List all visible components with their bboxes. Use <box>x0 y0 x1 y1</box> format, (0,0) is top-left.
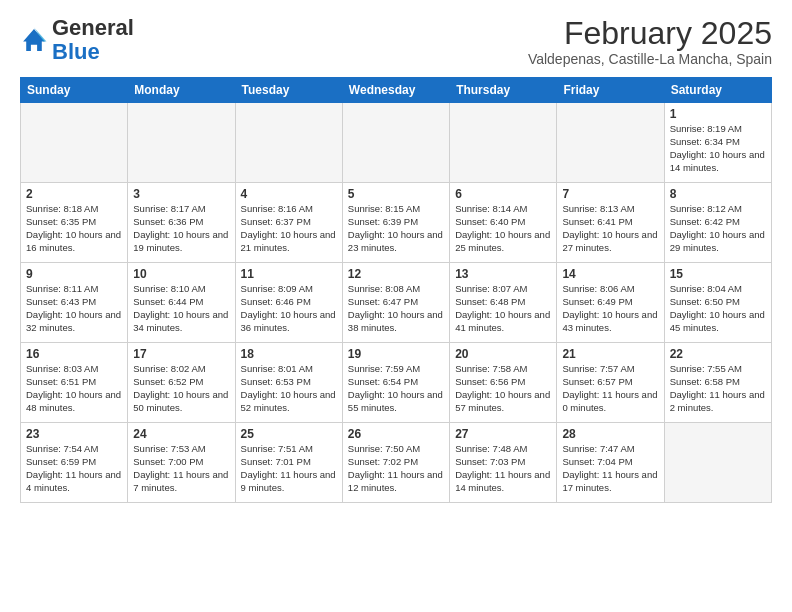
day-info: Sunrise: 7:54 AM Sunset: 6:59 PM Dayligh… <box>26 443 122 494</box>
day-number: 6 <box>455 187 551 201</box>
calendar-cell <box>664 423 771 503</box>
day-info: Sunrise: 7:48 AM Sunset: 7:03 PM Dayligh… <box>455 443 551 494</box>
day-info: Sunrise: 7:59 AM Sunset: 6:54 PM Dayligh… <box>348 363 444 414</box>
calendar-cell: 22Sunrise: 7:55 AM Sunset: 6:58 PM Dayli… <box>664 343 771 423</box>
day-info: Sunrise: 8:03 AM Sunset: 6:51 PM Dayligh… <box>26 363 122 414</box>
day-info: Sunrise: 8:15 AM Sunset: 6:39 PM Dayligh… <box>348 203 444 254</box>
day-number: 7 <box>562 187 658 201</box>
calendar-body: 1Sunrise: 8:19 AM Sunset: 6:34 PM Daylig… <box>21 103 772 503</box>
day-info: Sunrise: 8:12 AM Sunset: 6:42 PM Dayligh… <box>670 203 766 254</box>
day-number: 10 <box>133 267 229 281</box>
day-number: 21 <box>562 347 658 361</box>
month-title: February 2025 <box>528 16 772 51</box>
calendar-cell: 9Sunrise: 8:11 AM Sunset: 6:43 PM Daylig… <box>21 263 128 343</box>
weekday-header-friday: Friday <box>557 78 664 103</box>
calendar-cell: 17Sunrise: 8:02 AM Sunset: 6:52 PM Dayli… <box>128 343 235 423</box>
day-info: Sunrise: 8:10 AM Sunset: 6:44 PM Dayligh… <box>133 283 229 334</box>
day-info: Sunrise: 8:18 AM Sunset: 6:35 PM Dayligh… <box>26 203 122 254</box>
day-number: 5 <box>348 187 444 201</box>
calendar-cell <box>21 103 128 183</box>
calendar-cell: 19Sunrise: 7:59 AM Sunset: 6:54 PM Dayli… <box>342 343 449 423</box>
calendar: SundayMondayTuesdayWednesdayThursdayFrid… <box>20 77 772 503</box>
day-number: 3 <box>133 187 229 201</box>
day-info: Sunrise: 7:57 AM Sunset: 6:57 PM Dayligh… <box>562 363 658 414</box>
day-number: 17 <box>133 347 229 361</box>
day-number: 22 <box>670 347 766 361</box>
weekday-header-tuesday: Tuesday <box>235 78 342 103</box>
calendar-cell: 26Sunrise: 7:50 AM Sunset: 7:02 PM Dayli… <box>342 423 449 503</box>
day-number: 12 <box>348 267 444 281</box>
calendar-cell: 18Sunrise: 8:01 AM Sunset: 6:53 PM Dayli… <box>235 343 342 423</box>
title-block: February 2025 Valdepenas, Castille-La Ma… <box>528 16 772 67</box>
day-info: Sunrise: 8:13 AM Sunset: 6:41 PM Dayligh… <box>562 203 658 254</box>
calendar-cell: 23Sunrise: 7:54 AM Sunset: 6:59 PM Dayli… <box>21 423 128 503</box>
day-info: Sunrise: 7:51 AM Sunset: 7:01 PM Dayligh… <box>241 443 337 494</box>
calendar-cell: 2Sunrise: 8:18 AM Sunset: 6:35 PM Daylig… <box>21 183 128 263</box>
logo: General Blue <box>20 16 134 64</box>
calendar-cell: 10Sunrise: 8:10 AM Sunset: 6:44 PM Dayli… <box>128 263 235 343</box>
calendar-cell: 25Sunrise: 7:51 AM Sunset: 7:01 PM Dayli… <box>235 423 342 503</box>
day-info: Sunrise: 8:08 AM Sunset: 6:47 PM Dayligh… <box>348 283 444 334</box>
day-info: Sunrise: 7:47 AM Sunset: 7:04 PM Dayligh… <box>562 443 658 494</box>
week-row-4: 23Sunrise: 7:54 AM Sunset: 6:59 PM Dayli… <box>21 423 772 503</box>
calendar-cell <box>235 103 342 183</box>
calendar-cell: 12Sunrise: 8:08 AM Sunset: 6:47 PM Dayli… <box>342 263 449 343</box>
weekday-header-sunday: Sunday <box>21 78 128 103</box>
day-number: 15 <box>670 267 766 281</box>
day-info: Sunrise: 8:02 AM Sunset: 6:52 PM Dayligh… <box>133 363 229 414</box>
calendar-cell: 15Sunrise: 8:04 AM Sunset: 6:50 PM Dayli… <box>664 263 771 343</box>
day-number: 18 <box>241 347 337 361</box>
calendar-cell: 7Sunrise: 8:13 AM Sunset: 6:41 PM Daylig… <box>557 183 664 263</box>
day-number: 14 <box>562 267 658 281</box>
calendar-cell <box>557 103 664 183</box>
day-info: Sunrise: 8:17 AM Sunset: 6:36 PM Dayligh… <box>133 203 229 254</box>
calendar-cell: 11Sunrise: 8:09 AM Sunset: 6:46 PM Dayli… <box>235 263 342 343</box>
weekday-header-thursday: Thursday <box>450 78 557 103</box>
day-info: Sunrise: 7:55 AM Sunset: 6:58 PM Dayligh… <box>670 363 766 414</box>
calendar-cell: 16Sunrise: 8:03 AM Sunset: 6:51 PM Dayli… <box>21 343 128 423</box>
day-number: 20 <box>455 347 551 361</box>
day-number: 24 <box>133 427 229 441</box>
day-number: 23 <box>26 427 122 441</box>
calendar-cell: 3Sunrise: 8:17 AM Sunset: 6:36 PM Daylig… <box>128 183 235 263</box>
day-info: Sunrise: 8:06 AM Sunset: 6:49 PM Dayligh… <box>562 283 658 334</box>
calendar-cell: 21Sunrise: 7:57 AM Sunset: 6:57 PM Dayli… <box>557 343 664 423</box>
day-info: Sunrise: 7:58 AM Sunset: 6:56 PM Dayligh… <box>455 363 551 414</box>
day-number: 26 <box>348 427 444 441</box>
day-number: 19 <box>348 347 444 361</box>
logo-blue-text: Blue <box>52 39 100 64</box>
week-row-3: 16Sunrise: 8:03 AM Sunset: 6:51 PM Dayli… <box>21 343 772 423</box>
day-info: Sunrise: 8:01 AM Sunset: 6:53 PM Dayligh… <box>241 363 337 414</box>
day-number: 27 <box>455 427 551 441</box>
week-row-2: 9Sunrise: 8:11 AM Sunset: 6:43 PM Daylig… <box>21 263 772 343</box>
day-number: 1 <box>670 107 766 121</box>
day-number: 11 <box>241 267 337 281</box>
weekday-header-saturday: Saturday <box>664 78 771 103</box>
day-info: Sunrise: 8:04 AM Sunset: 6:50 PM Dayligh… <box>670 283 766 334</box>
calendar-cell: 5Sunrise: 8:15 AM Sunset: 6:39 PM Daylig… <box>342 183 449 263</box>
weekday-header-monday: Monday <box>128 78 235 103</box>
day-number: 8 <box>670 187 766 201</box>
logo-icon <box>20 26 48 54</box>
week-row-0: 1Sunrise: 8:19 AM Sunset: 6:34 PM Daylig… <box>21 103 772 183</box>
calendar-cell: 4Sunrise: 8:16 AM Sunset: 6:37 PM Daylig… <box>235 183 342 263</box>
calendar-cell <box>128 103 235 183</box>
day-info: Sunrise: 8:09 AM Sunset: 6:46 PM Dayligh… <box>241 283 337 334</box>
day-info: Sunrise: 8:14 AM Sunset: 6:40 PM Dayligh… <box>455 203 551 254</box>
calendar-cell <box>450 103 557 183</box>
day-info: Sunrise: 8:07 AM Sunset: 6:48 PM Dayligh… <box>455 283 551 334</box>
calendar-cell: 20Sunrise: 7:58 AM Sunset: 6:56 PM Dayli… <box>450 343 557 423</box>
calendar-cell: 27Sunrise: 7:48 AM Sunset: 7:03 PM Dayli… <box>450 423 557 503</box>
calendar-cell: 28Sunrise: 7:47 AM Sunset: 7:04 PM Dayli… <box>557 423 664 503</box>
svg-marker-0 <box>23 29 45 51</box>
calendar-cell: 24Sunrise: 7:53 AM Sunset: 7:00 PM Dayli… <box>128 423 235 503</box>
day-number: 13 <box>455 267 551 281</box>
calendar-cell: 6Sunrise: 8:14 AM Sunset: 6:40 PM Daylig… <box>450 183 557 263</box>
day-number: 25 <box>241 427 337 441</box>
header: General Blue February 2025 Valdepenas, C… <box>20 16 772 67</box>
day-number: 28 <box>562 427 658 441</box>
location: Valdepenas, Castille-La Mancha, Spain <box>528 51 772 67</box>
week-row-1: 2Sunrise: 8:18 AM Sunset: 6:35 PM Daylig… <box>21 183 772 263</box>
weekday-header-wednesday: Wednesday <box>342 78 449 103</box>
calendar-cell <box>342 103 449 183</box>
